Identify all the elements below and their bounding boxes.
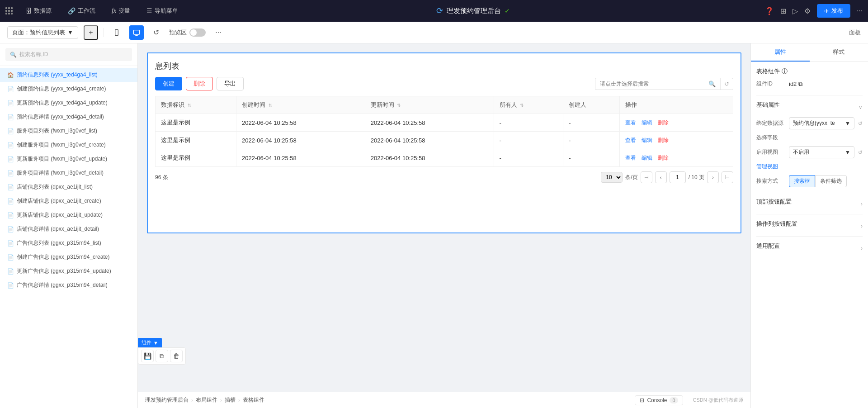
search-mode-label: 搜索方式 bbox=[756, 177, 785, 185]
top-buttons-arrow[interactable]: › bbox=[861, 201, 863, 207]
sidebar-item-label: 创建服务项目 (fwxm_i3g0vef_create) bbox=[17, 141, 106, 149]
datasource-refresh-icon[interactable]: ↺ bbox=[858, 120, 863, 127]
nav-workflow[interactable]: 🔗 工作流 bbox=[64, 5, 99, 17]
tab-style[interactable]: 样式 bbox=[810, 43, 868, 62]
page-icon: 📄 bbox=[7, 114, 14, 120]
enable-view-row: 启用视图 不启用 ▼ ↺ bbox=[756, 146, 863, 158]
view-refresh-icon[interactable]: ↺ bbox=[858, 149, 863, 156]
general-arrow[interactable]: › bbox=[861, 245, 863, 251]
breadcrumb-item[interactable]: 布局组件 bbox=[196, 396, 217, 404]
page-number-input[interactable] bbox=[670, 171, 686, 183]
desktop-view-button[interactable] bbox=[129, 25, 144, 40]
table-search-box[interactable]: 🔍 ↺ bbox=[595, 78, 733, 90]
add-page-button[interactable]: + bbox=[84, 25, 98, 40]
sidebar-item-label: 创建广告信息 (ggxx_p315m94_create) bbox=[17, 253, 109, 261]
delete-link[interactable]: 删除 bbox=[658, 119, 669, 126]
sort-icon[interactable]: ⇅ bbox=[520, 103, 524, 108]
breadcrumb-item[interactable]: 理发预约管理后台 bbox=[145, 396, 189, 404]
search-box-btn[interactable]: 搜索框 bbox=[789, 175, 815, 187]
sort-icon[interactable]: ⇅ bbox=[188, 103, 191, 108]
nav-variable[interactable]: fx 变量 bbox=[108, 5, 134, 17]
sidebar-item-dpxx-list[interactable]: 📄 店铺信息列表 (dpxx_ae1ijit_list) bbox=[0, 180, 137, 194]
page-icon: 📄 bbox=[7, 254, 14, 261]
help-icon[interactable]: ❓ bbox=[765, 7, 774, 15]
refresh-button[interactable]: ↺ bbox=[149, 25, 164, 40]
more-icon[interactable]: ··· bbox=[857, 7, 863, 15]
sort-icon[interactable]: ⇅ bbox=[269, 103, 272, 108]
breadcrumb-item[interactable]: 表格组件 bbox=[243, 396, 264, 404]
edit-link[interactable]: 编辑 bbox=[642, 137, 652, 143]
search-refresh-btn[interactable]: ↺ bbox=[720, 78, 733, 90]
sidebar-item-yyxx-detail[interactable]: 📄 预约信息详情 (yyxx_ted4ga4_detail) bbox=[0, 110, 137, 124]
panel-label: 面板 bbox=[849, 28, 861, 37]
first-page-button[interactable]: ⊣ bbox=[641, 171, 652, 183]
component-title-text: 表格组件 bbox=[756, 67, 780, 76]
sidebar-item-yyxx-list[interactable]: 🏠 预约信息列表 (yyxx_ted4ga4_list) bbox=[0, 68, 137, 82]
view-link[interactable]: 查看 bbox=[625, 155, 636, 161]
view-link[interactable]: 查看 bbox=[625, 119, 636, 126]
search-icon-btn[interactable]: 🔍 bbox=[704, 78, 720, 90]
nav-datasource-label: 数据源 bbox=[34, 7, 52, 15]
sidebar-item-fwxm-update[interactable]: 📄 更新服务项目 (fwxm_i3g0vef_update) bbox=[0, 152, 137, 166]
nav-navmenu[interactable]: ☰ 导航菜单 bbox=[143, 5, 182, 17]
grid-menu-icon[interactable] bbox=[5, 7, 13, 14]
sidebar-item-ggxx-create[interactable]: 📄 创建广告信息 (ggxx_p315m94_create) bbox=[0, 250, 137, 264]
preview-toggle-switch[interactable] bbox=[189, 28, 206, 37]
basic-props-title: 基础属性 bbox=[756, 101, 780, 109]
page-icon: 📄 bbox=[7, 226, 14, 232]
mobile-view-button[interactable] bbox=[109, 25, 124, 40]
td-datamark: 这里是示例 bbox=[156, 149, 236, 167]
copy-id-icon[interactable]: ⧉ bbox=[798, 81, 802, 88]
sidebar-item-ggxx-list[interactable]: 📄 广告信息列表 (ggxx_p315m94_list) bbox=[0, 236, 137, 250]
sort-icon[interactable]: ⇅ bbox=[397, 103, 401, 108]
sidebar-item-dpxx-create[interactable]: 📄 创建店铺信息 (dpxx_ae1ijit_create) bbox=[0, 194, 137, 208]
bind-datasource-select[interactable]: 预约信息(yyxx_te ▼ bbox=[789, 117, 854, 129]
delete-link[interactable]: 删除 bbox=[658, 137, 669, 143]
export-button[interactable]: 导出 bbox=[217, 77, 244, 90]
copy-action-btn[interactable]: ⧉ bbox=[156, 350, 168, 362]
delete-button[interactable]: 删除 bbox=[186, 77, 213, 90]
filter-select-btn[interactable]: 条件筛选 bbox=[815, 175, 847, 187]
save-icon[interactable]: ⊞ bbox=[780, 7, 786, 15]
general-section: 通用配置 › bbox=[756, 236, 863, 255]
play-icon[interactable]: ▷ bbox=[793, 7, 798, 15]
edit-link[interactable]: 编辑 bbox=[642, 155, 652, 161]
edit-link[interactable]: 编辑 bbox=[642, 119, 652, 126]
delete-action-btn[interactable]: 🗑 bbox=[170, 350, 183, 362]
manage-view-link[interactable]: 管理视图 bbox=[756, 163, 778, 171]
create-button[interactable]: 创建 bbox=[155, 77, 182, 90]
last-page-button[interactable]: ⊢ bbox=[722, 171, 733, 183]
console-button[interactable]: ⊡ Console 0 bbox=[635, 395, 683, 405]
left-sidebar: 🔍 搜索名称,ID 🏠 预约信息列表 (yyxx_ted4ga4_list) 📄… bbox=[0, 43, 138, 408]
page-selector-label: 页面：预约信息列表 bbox=[12, 28, 65, 37]
tab-props[interactable]: 属性 bbox=[751, 43, 810, 62]
per-page-select[interactable]: 10 20 50 bbox=[601, 172, 623, 183]
action-buttons-arrow[interactable]: › bbox=[861, 223, 863, 229]
sidebar-item-fwxm-create[interactable]: 📄 创建服务项目 (fwxm_i3g0vef_create) bbox=[0, 138, 137, 152]
page-icon: 📄 bbox=[7, 184, 14, 190]
save-action-btn[interactable]: 💾 bbox=[141, 350, 154, 362]
sidebar-item-ggxx-detail[interactable]: 📄 广告信息详情 (ggxx_p315m94_detail) bbox=[0, 278, 137, 292]
settings-icon[interactable]: ⚙ bbox=[804, 7, 811, 15]
td-created: 2022-06-04 10:25:58 bbox=[236, 114, 365, 132]
sidebar-item-dpxx-update[interactable]: 📄 更新店铺信息 (dpxx_ae1ijit_update) bbox=[0, 208, 137, 222]
sidebar-item-fwxm-list[interactable]: 📄 服务项目列表 (fwxm_i3g0vef_list) bbox=[0, 124, 137, 138]
delete-link[interactable]: 删除 bbox=[658, 155, 669, 161]
toolbar-more-button[interactable]: ··· bbox=[211, 25, 226, 40]
page-selector[interactable]: 页面：预约信息列表 ▼ bbox=[7, 26, 78, 39]
sidebar-search-box[interactable]: 🔍 搜索名称,ID bbox=[5, 48, 132, 61]
sidebar-item-fwxm-detail[interactable]: 📄 服务项目详情 (fwxm_i3g0vef_detail) bbox=[0, 166, 137, 180]
breadcrumb-item[interactable]: 插槽 bbox=[225, 396, 236, 404]
sidebar-item-dpxx-detail[interactable]: 📄 店铺信息详情 (dpxx_ae1ijit_detail) bbox=[0, 222, 137, 236]
nav-datasource[interactable]: 🗄 数据源 bbox=[22, 5, 55, 17]
publish-button[interactable]: ✈ 发布 bbox=[817, 4, 850, 18]
sidebar-item-yyxx-update[interactable]: 📄 更新预约信息 (yyxx_ted4ga4_update) bbox=[0, 96, 137, 110]
prev-page-button[interactable]: ‹ bbox=[655, 171, 667, 183]
search-input[interactable] bbox=[595, 78, 704, 89]
enable-view-select[interactable]: 不启用 ▼ bbox=[789, 146, 854, 158]
view-link[interactable]: 查看 bbox=[625, 137, 636, 143]
next-page-button[interactable]: › bbox=[707, 171, 719, 183]
basic-props-arrow[interactable]: ∨ bbox=[859, 104, 863, 110]
sidebar-item-yyxx-create[interactable]: 📄 创建预约信息 (yyxx_ted4ga4_create) bbox=[0, 82, 137, 96]
sidebar-item-ggxx-update[interactable]: 📄 更新广告信息 (ggxx_p315m94_update) bbox=[0, 264, 137, 278]
